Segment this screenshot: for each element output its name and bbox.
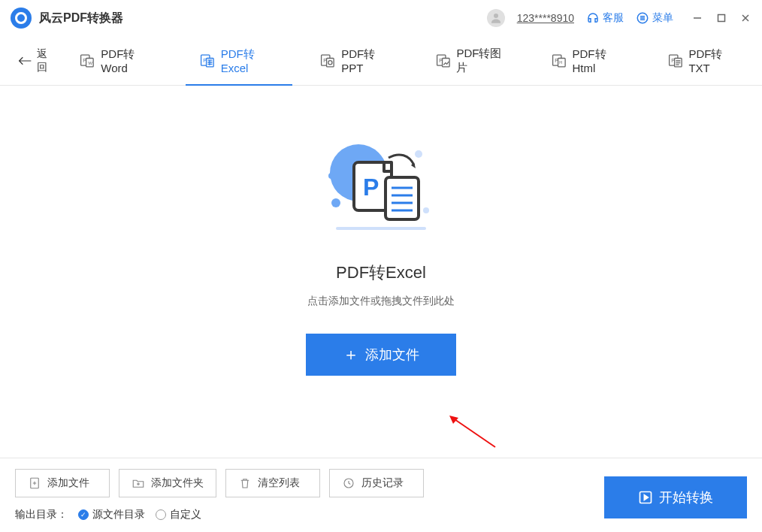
svg-point-25: [331, 198, 340, 207]
drop-subtitle: 点击添加文件或拖拽文件到此处: [307, 295, 455, 308]
add-file-button[interactable]: 添加文件: [15, 469, 110, 497]
user-id-link[interactable]: 123****8910: [517, 12, 574, 24]
clock-icon: [342, 476, 355, 490]
radio-custom-dir[interactable]: 自定义: [156, 508, 201, 521]
radio-label: 源文件目录: [92, 508, 145, 521]
svg-point-28: [423, 207, 429, 213]
tab-pdf-html[interactable]: PH PDF转Html: [548, 37, 630, 85]
tab-label: PDF转PPT: [341, 47, 394, 74]
window-controls: [691, 12, 751, 24]
pdf-html-icon: PH: [551, 53, 567, 69]
radio-source-dir[interactable]: 源文件目录: [78, 508, 145, 521]
close-button[interactable]: [739, 12, 751, 24]
history-button[interactable]: 历史记录: [329, 469, 424, 497]
output-dir-label: 输出目录：: [15, 508, 68, 521]
app-logo: [11, 8, 32, 29]
drop-title: PDF转Excel: [336, 261, 426, 284]
btn-label: 历史记录: [361, 476, 404, 490]
add-file-button-main[interactable]: ＋ 添加文件: [306, 334, 456, 376]
pdf-word-icon: PW: [79, 53, 95, 69]
svg-rect-32: [336, 227, 426, 230]
add-file-label: 添加文件: [365, 346, 419, 364]
trash-icon: [238, 476, 252, 490]
tab-pdf-excel[interactable]: P PDF转Excel: [196, 37, 282, 85]
tab-pdf-txt[interactable]: P PDF转TXT: [664, 37, 744, 85]
app-title: 风云PDF转换器: [39, 11, 123, 26]
tab-pdf-ppt[interactable]: P PDF转PPT: [316, 37, 397, 85]
plus-icon: ＋: [343, 343, 359, 366]
pdf-txt-icon: P: [667, 53, 683, 69]
start-label: 开始转换: [659, 488, 713, 506]
tab-label: PDF转TXT: [688, 47, 741, 74]
svg-text:P: P: [363, 174, 379, 201]
avatar-icon[interactable]: [487, 9, 505, 27]
footer: 添加文件 添加文件夹 清空列表 历史记录 输出目录： 源文件目录 自定义 开始转…: [0, 458, 762, 532]
radio-dot-icon: [156, 509, 166, 520]
svg-point-27: [415, 150, 422, 158]
tab-label: PDF转图片: [456, 47, 510, 75]
btn-label: 添加文件夹: [151, 476, 204, 490]
svg-rect-31: [386, 177, 419, 219]
tab-bar: 返回 PW PDF转Word P PDF转Excel P PDF转PPT P P…: [0, 36, 762, 86]
play-icon: [638, 490, 653, 505]
pdf-ppt-icon: P: [319, 53, 335, 69]
btn-label: 添加文件: [47, 476, 89, 490]
svg-rect-12: [327, 58, 334, 66]
clear-list-button[interactable]: 清空列表: [225, 469, 320, 497]
tab-label: PDF转Word: [101, 47, 159, 74]
radio-dot-icon: [78, 509, 89, 520]
tab-label: PDF转Html: [573, 47, 627, 74]
svg-text:W: W: [89, 60, 93, 65]
radio-label: 自定义: [170, 508, 201, 521]
back-button[interactable]: 返回: [18, 47, 56, 74]
menu-label: 菜单: [652, 11, 673, 25]
folder-plus-icon: [132, 476, 145, 490]
back-label: 返回: [37, 47, 57, 74]
menu-link[interactable]: 菜单: [636, 11, 673, 25]
menu-icon: [636, 11, 649, 25]
svg-point-26: [328, 173, 334, 179]
customer-service-label: 客服: [603, 11, 624, 25]
svg-point-0: [494, 14, 498, 18]
illustration: P: [313, 128, 449, 240]
svg-text:H: H: [559, 60, 562, 65]
tab-label: PDF转Excel: [221, 47, 280, 74]
tab-pdf-word[interactable]: PW PDF转Word: [76, 37, 161, 85]
add-folder-button[interactable]: 添加文件夹: [119, 469, 216, 497]
svg-rect-2: [718, 15, 725, 22]
file-plus-icon: [28, 476, 41, 490]
tab-pdf-image[interactable]: P PDF转图片: [432, 37, 513, 85]
btn-label: 清空列表: [258, 476, 300, 490]
arrow-left-icon: [18, 56, 32, 66]
title-bar: 风云PDF转换器 123****8910 客服 菜单: [0, 0, 762, 36]
customer-service-link[interactable]: 客服: [586, 11, 624, 25]
pdf-excel-icon: P: [199, 53, 215, 69]
drop-area[interactable]: P PDF转Excel 点击添加文件或拖拽文件到此处 ＋ 添加文件: [0, 86, 762, 454]
maximize-button[interactable]: [715, 12, 727, 24]
pdf-image-icon: P: [435, 53, 451, 69]
headset-icon: [586, 11, 600, 25]
minimize-button[interactable]: [691, 12, 703, 24]
start-convert-button[interactable]: 开始转换: [604, 476, 747, 518]
